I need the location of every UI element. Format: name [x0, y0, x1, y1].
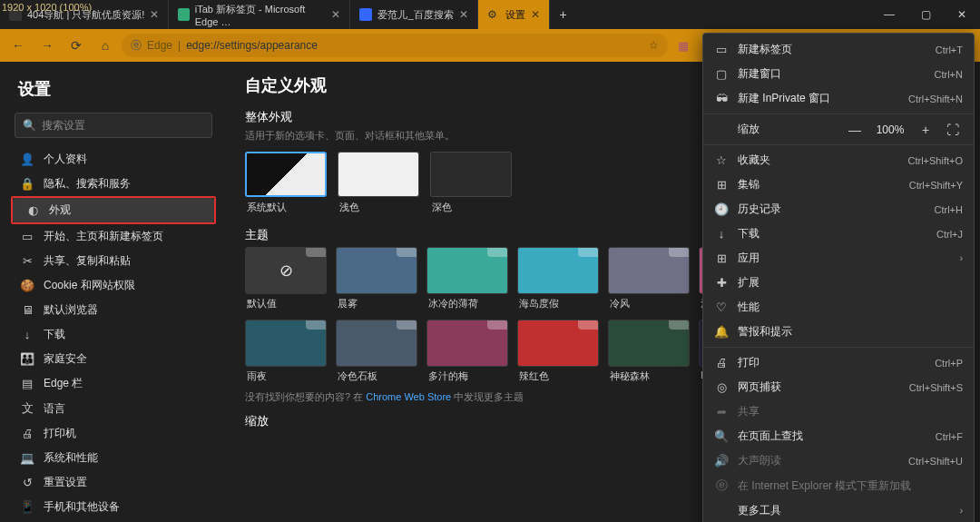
- sidebar-icon: ✂: [20, 254, 34, 268]
- sidebar-item-label: Edge 栏: [44, 376, 83, 391]
- theme-card[interactable]: 雨夜: [245, 320, 327, 383]
- menu-item[interactable]: 🖨打印Ctrl+P: [703, 350, 974, 375]
- favorite-icon[interactable]: ☆: [649, 39, 659, 52]
- gear-icon: ⚙: [487, 8, 500, 21]
- sidebar-icon: 文: [20, 400, 34, 417]
- menu-item[interactable]: ☆收藏夹Ctrl+Shift+O: [703, 148, 974, 172]
- appearance-mode-label: 浅色: [338, 201, 419, 214]
- theme-card[interactable]: 冰冷的薄荷: [426, 247, 508, 310]
- sidebar-item-2[interactable]: ◐外观: [13, 198, 214, 222]
- menu-item[interactable]: ⊞应用›: [703, 246, 974, 271]
- theme-card[interactable]: 冷风: [608, 247, 690, 310]
- sidebar-item-5[interactable]: 🍪Cookie 和网站权限: [7, 273, 220, 298]
- menu-item[interactable]: 🔔警报和提示: [703, 320, 974, 344]
- menu-icon: 🔍: [714, 429, 729, 443]
- ext-icon[interactable]: ▦: [671, 34, 695, 57]
- menu-item[interactable]: ◎网页捕获Ctrl+Shift+S: [703, 375, 974, 399]
- sidebar-item-14[interactable]: 📱手机和其他设备: [7, 495, 220, 519]
- sidebar-title: 设置: [7, 74, 220, 109]
- home-button[interactable]: ⌂: [93, 33, 118, 58]
- close-icon[interactable]: ✕: [531, 8, 540, 21]
- reload-button[interactable]: ⟳: [64, 33, 89, 58]
- close-window-button[interactable]: ✕: [944, 0, 980, 29]
- browser-tab[interactable]: iTab 新标签页 - Microsoft Edge … ✕: [169, 0, 350, 29]
- dimension-overlay: 1920 x 1020 (100%): [2, 2, 92, 13]
- favicon: [359, 8, 372, 21]
- theme-swatch: [608, 247, 690, 294]
- menu-item[interactable]: 更多工具›: [703, 498, 974, 522]
- new-tab-button[interactable]: +: [550, 0, 577, 29]
- close-icon[interactable]: ✕: [459, 8, 468, 21]
- close-icon[interactable]: ✕: [331, 8, 340, 21]
- menu-item[interactable]: ⊞集锦Ctrl+Shift+Y: [703, 172, 974, 197]
- theme-card[interactable]: 辣红色: [517, 320, 599, 383]
- appearance-mode-label: 系统默认: [245, 201, 327, 214]
- theme-card[interactable]: ⊘默认值: [245, 247, 327, 310]
- menu-icon: ⓔ: [714, 478, 729, 494]
- menu-icon: 🕶: [714, 92, 729, 105]
- sidebar-item-0[interactable]: 👤个人资料: [7, 147, 220, 172]
- sidebar-item-label: 系统和性能: [44, 450, 98, 466]
- zoom-in-button[interactable]: +: [916, 123, 936, 137]
- menu-item[interactable]: 🕘历史记录Ctrl+H: [703, 197, 974, 222]
- chrome-web-store-link[interactable]: Chrome Web Store: [366, 391, 451, 402]
- menu-item[interactable]: ✚扩展: [703, 271, 974, 295]
- menu-item-label: 网页捕获: [738, 379, 900, 395]
- browser-tab[interactable]: 爱范儿_百度搜索 ✕: [350, 0, 477, 29]
- theme-card[interactable]: 晨雾: [336, 247, 417, 310]
- sidebar-item-1[interactable]: 🔒隐私、搜索和服务: [7, 172, 220, 196]
- maximize-button[interactable]: ▢: [907, 0, 944, 29]
- menu-icon: ♡: [714, 300, 729, 314]
- menu-item-label: 共享: [738, 404, 963, 419]
- appearance-mode-card[interactable]: 深色: [430, 152, 512, 214]
- sidebar-item-10[interactable]: 文语言: [7, 396, 220, 421]
- sidebar-item-11[interactable]: 🖨打印机: [7, 421, 220, 446]
- appearance-mode-card[interactable]: 系统默认: [245, 152, 327, 214]
- favicon: [178, 8, 189, 21]
- menu-item[interactable]: 🕶新建 InPrivate 窗口Ctrl+Shift+N: [703, 86, 974, 111]
- browser-tab-active[interactable]: ⚙ 设置 ✕: [478, 0, 550, 29]
- menu-item-label: 更多工具: [738, 503, 951, 518]
- tab-label: iTab 新标签页 - Microsoft Edge …: [195, 3, 327, 27]
- forward-button[interactable]: →: [34, 33, 60, 58]
- menu-item-label: 性能: [738, 300, 963, 315]
- sidebar-item-3[interactable]: ▭开始、主页和新建标签页: [7, 224, 220, 249]
- menu-icon: ◎: [714, 380, 729, 394]
- url-input[interactable]: ⓔ Edge | edge://settings/appearance ☆: [122, 34, 668, 57]
- theme-swatch: [426, 320, 508, 367]
- sidebar-item-8[interactable]: 👪家庭安全: [7, 347, 220, 371]
- appearance-mode-card[interactable]: 浅色: [338, 152, 419, 214]
- menu-item[interactable]: 🔍在页面上查找Ctrl+F: [703, 424, 974, 448]
- sidebar-item-label: 外观: [49, 202, 71, 218]
- sidebar-item-13[interactable]: ↺重置设置: [7, 470, 220, 495]
- theme-card[interactable]: 神秘森林: [608, 320, 690, 383]
- close-icon[interactable]: ✕: [150, 8, 159, 21]
- sidebar-icon: 🖥: [20, 303, 34, 317]
- sidebar-item-4[interactable]: ✂共享、复制和粘贴: [7, 249, 220, 273]
- sidebar-icon: ◐: [25, 203, 40, 217]
- menu-item[interactable]: ♡性能: [703, 295, 974, 320]
- minimize-button[interactable]: —: [871, 0, 907, 29]
- theme-card[interactable]: 冷色石板: [336, 320, 417, 383]
- sidebar-item-12[interactable]: 💻系统和性能: [7, 446, 220, 470]
- sidebar-item-label: 默认浏览器: [44, 302, 98, 318]
- theme-swatch: [517, 320, 599, 367]
- menu-icon: ☆: [714, 153, 729, 167]
- sidebar-item-6[interactable]: 🖥默认浏览器: [7, 298, 220, 322]
- fullscreen-button[interactable]: ⛶: [943, 123, 963, 137]
- sidebar-icon: ↺: [20, 476, 34, 489]
- theme-card[interactable]: 多汁的梅: [426, 320, 508, 383]
- tab-label: 爱范儿_百度搜索: [377, 8, 453, 22]
- menu-item[interactable]: ↓下载Ctrl+J: [703, 222, 974, 246]
- sidebar-item-7[interactable]: ↓下载: [7, 322, 220, 347]
- menu-shortcut: Ctrl+J: [936, 229, 963, 240]
- back-button[interactable]: ←: [5, 33, 31, 58]
- theme-card[interactable]: 海岛度假: [517, 247, 599, 310]
- theme-label: 冷色石板: [336, 369, 417, 383]
- menu-item[interactable]: ▢新建窗口Ctrl+N: [703, 62, 974, 86]
- menu-item[interactable]: ▭新建标签页Ctrl+T: [703, 37, 974, 62]
- zoom-out-button[interactable]: —: [845, 123, 865, 137]
- sidebar-item-9[interactable]: ▤Edge 栏: [7, 371, 220, 396]
- chevron-right-icon: ›: [960, 506, 963, 516]
- search-input[interactable]: 🔍 搜索设置: [15, 113, 212, 138]
